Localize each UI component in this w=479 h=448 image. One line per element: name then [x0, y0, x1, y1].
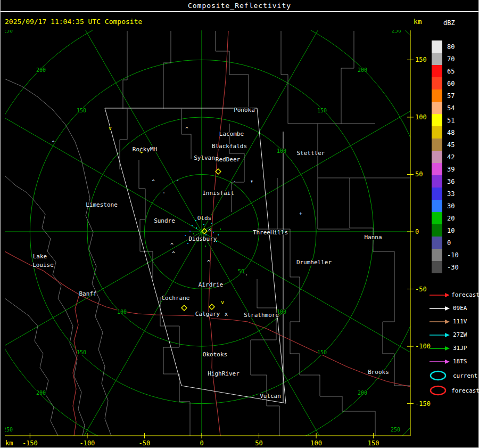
radial-line [1, 232, 202, 402]
colorbar-value: 45 [447, 141, 455, 149]
place-label: Louise [32, 262, 54, 268]
ring-distance-label: 150 [317, 349, 327, 355]
radar-site-diamond [181, 305, 187, 311]
county-boundary [350, 178, 394, 277]
colorbar-title: dBZ [443, 19, 479, 27]
colorbar-swatch [432, 65, 442, 77]
ring-distance-label: 250 [392, 28, 401, 34]
echo-speckle [195, 220, 196, 221]
obs-marker: · [245, 272, 248, 278]
colorbar-swatch [432, 102, 442, 114]
legend-item: current [429, 368, 479, 383]
colorbar-entry: 48 [432, 126, 479, 139]
place-label: Ponoka [234, 107, 255, 113]
colorbar-entry: 54 [432, 102, 479, 114]
echo-speckle [193, 233, 194, 234]
colorbar-swatch [432, 261, 442, 273]
colorbar-value: -30 [447, 264, 459, 271]
colorbar-swatch [432, 89, 442, 102]
county-boundary [120, 109, 127, 169]
legend-item-label: 18TS [453, 358, 467, 365]
obs-marker: ^ [170, 242, 174, 248]
bottom-axis-tick-label: -100 [79, 439, 95, 447]
county-boundary [5, 176, 65, 310]
colorbar-entry: 0 [432, 237, 479, 249]
obs-marker: ^ [152, 179, 155, 185]
legend-arrow-icon [429, 291, 449, 299]
legend-item-label: 111V [453, 318, 467, 325]
colorbar-entry: 80 [432, 40, 479, 53]
county-boundary [318, 178, 350, 229]
county-boundary [277, 178, 290, 277]
ring-distance-label: 200 [358, 390, 367, 396]
ring-distance-label: 200 [36, 390, 46, 396]
colorbar-value: -10 [447, 251, 459, 259]
echo-speckle [196, 227, 197, 229]
obs-marker: v [109, 125, 112, 131]
place-label: Calgary [195, 311, 220, 317]
colorbar-entry: 51 [432, 114, 479, 126]
place-label: Banff [79, 290, 96, 297]
county-boundary [5, 298, 58, 436]
colorbar-value: 0 [447, 239, 451, 247]
colorbar-value: 42 [447, 153, 455, 161]
right-axis-tick-label: 150 [415, 56, 427, 63]
ring-distance-label: 150 [77, 349, 86, 355]
bottom-axis-tick-label: 100 [310, 439, 322, 447]
legend-item: forecast [429, 288, 479, 302]
legend-arrow-icon [429, 358, 450, 365]
radar-site-diamond [209, 304, 214, 309]
county-boundary [290, 277, 375, 436]
colorbar-entry: 10 [432, 224, 479, 237]
radial-line [202, 0, 372, 232]
legend-item-label: 31JP [453, 345, 467, 352]
highway [211, 319, 410, 387]
colorbar-value: 57 [447, 92, 455, 100]
legend-item-label: forecast [451, 291, 479, 298]
obs-marker: x [225, 311, 228, 317]
legend-item: 27ZW [429, 328, 479, 341]
legend-item-label: 27ZW [453, 331, 467, 338]
colorbar-entry: 57 [432, 89, 479, 102]
colorbar-value: 80 [447, 43, 455, 51]
colorbar-swatch [432, 212, 442, 224]
ring-distance-label: 250 [3, 28, 13, 34]
legend-panel: forecast09EA111V27ZW31JP18TScurrentforec… [429, 288, 479, 398]
place-label: Airdrie [199, 281, 223, 288]
colorbar-swatch [432, 224, 442, 237]
colorbar-entries: 807065605754514845423936333020100-10-30 [432, 40, 479, 273]
ring-distance-label: 250 [391, 427, 400, 433]
place-label: HighRiver [208, 370, 240, 377]
place-label: RedDeer [216, 156, 241, 163]
obs-marker: · [176, 177, 179, 183]
obs-marker: v [221, 299, 224, 305]
colorbar-entry: 33 [432, 188, 479, 200]
colorbar-swatch [432, 77, 442, 89]
legend-item-label: current [453, 372, 477, 379]
legend-arrow-icon [429, 305, 450, 312]
ring-distance-label: 150 [317, 108, 327, 113]
place-label: Innisfail [202, 190, 234, 197]
bottom-axis-tick-label: 0 [200, 439, 203, 447]
radial-line [31, 0, 202, 232]
echo-speckle [220, 229, 221, 230]
place-label: Brooks [368, 369, 389, 376]
obs-marker: * [250, 180, 253, 185]
county-boundary [123, 31, 127, 109]
colorbar-entry: 60 [432, 77, 479, 89]
colorbar-entry: 42 [432, 151, 479, 163]
legend-item: forecast [429, 383, 479, 398]
colorbar-entry: 36 [432, 175, 479, 188]
range-ring [1, 0, 479, 448]
county-boundary [341, 31, 354, 124]
place-label: Didsbury [189, 235, 217, 242]
colorbar-swatch [432, 249, 442, 261]
place-label: Lake [33, 253, 47, 260]
radar-map-canvas[interactable]: ^v^^*···+^^^^··vx15020025010015020025050… [1, 0, 479, 448]
bottom-axis-tick-label: 150 [368, 439, 379, 447]
county-boundary [181, 109, 191, 159]
colorbar-swatch [432, 126, 442, 139]
county-boundary [163, 31, 171, 109]
obs-marker: · [162, 190, 166, 196]
legend-ellipse-icon [429, 370, 450, 381]
